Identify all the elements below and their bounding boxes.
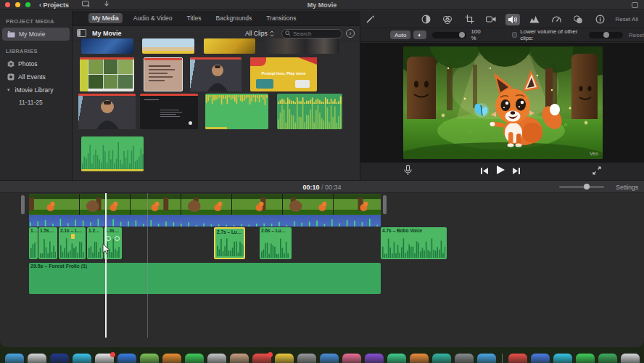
dock-app-icon[interactable] [162, 354, 181, 363]
skip-back-button[interactable] [480, 165, 489, 178]
dock-app-icon[interactable] [252, 354, 271, 363]
reset-button[interactable]: Reset [629, 32, 644, 38]
dock-app-icon[interactable] [621, 354, 640, 363]
tab-titles[interactable]: Titles [183, 13, 205, 23]
sidebar-item-all-events[interactable]: All Events [0, 70, 72, 83]
dock-app-icon[interactable] [28, 354, 46, 363]
dock-app-icon[interactable] [50, 354, 69, 363]
auto-volume-button[interactable]: Auto [390, 30, 410, 39]
dock-app-icon[interactable] [410, 354, 429, 363]
clip-filter-popup[interactable]: All Clips [245, 30, 274, 37]
dock-app-icon[interactable] [576, 354, 595, 363]
timeline-zoom-slider[interactable] [559, 186, 604, 188]
dock-app-icon[interactable] [508, 354, 527, 363]
download-arrow-icon[interactable] [104, 1, 110, 9]
search-field[interactable] [281, 29, 342, 38]
dock-app-icon[interactable] [185, 354, 204, 363]
clip-thumbnail[interactable] [205, 94, 268, 129]
dock-app-icon[interactable] [117, 354, 136, 363]
timeline-music-clip[interactable]: 29.5s – Forest Frolic (1) [29, 263, 381, 294]
dock-app-icon[interactable] [320, 354, 339, 363]
sidebar-item-my-movie[interactable]: My Movie [2, 28, 70, 41]
back-to-projects-button[interactable]: ‹ Projects [39, 1, 69, 9]
dock-app-icon[interactable] [230, 354, 249, 363]
dock-app-icon[interactable] [140, 354, 159, 363]
dock-app-icon[interactable] [207, 354, 226, 363]
dock-app-icon[interactable] [275, 354, 294, 363]
dock-app-icon[interactable] [365, 354, 384, 363]
timeline: 1…1.5s…2.1s – L…1.2…1.3s…2.7s – Lu…2.6s … [0, 193, 644, 347]
timeline-audio-clip[interactable]: 1.5s… [38, 227, 57, 259]
clip-thumbnail[interactable] [204, 38, 255, 54]
filters-effects-icon[interactable] [571, 14, 585, 25]
fade-handle[interactable] [106, 236, 111, 241]
stabilization-icon[interactable] [484, 14, 498, 25]
dock-app-icon[interactable] [598, 354, 617, 363]
share-window-icon[interactable] [632, 2, 638, 8]
sidebar-item-date[interactable]: 11-11-25 [0, 97, 72, 108]
skip-forward-button[interactable] [512, 165, 521, 178]
clip-thumbnail[interactable] [80, 57, 134, 91]
timeline-audio-clip[interactable]: 2.7s – Lu… [214, 227, 245, 259]
clip-thumbnail[interactable] [142, 38, 194, 54]
timeline-audio-clip[interactable]: 4.7s – Bobo Voice [381, 227, 447, 259]
clip-thumbnail[interactable] [277, 94, 342, 129]
dock-app-icon[interactable] [342, 354, 361, 363]
color-balance-icon[interactable] [418, 14, 433, 25]
color-correction-icon[interactable] [440, 14, 455, 25]
chevron-down-icon[interactable]: ▾ [7, 87, 10, 93]
sidebar-item-photos[interactable]: Photos [0, 57, 72, 70]
lower-volume-checkbox[interactable] [512, 32, 517, 38]
volume-tool-icon[interactable] [505, 14, 520, 25]
clip-thumbnail[interactable] [140, 94, 198, 129]
clip-thumbnail[interactable] [190, 57, 242, 91]
voiceover-mic-icon[interactable] [404, 165, 412, 179]
dock-app-icon[interactable] [553, 354, 572, 363]
tab-my-media[interactable]: My Media [88, 13, 123, 23]
dock-app-icon[interactable] [73, 354, 91, 363]
close-window-button[interactable] [5, 2, 10, 7]
clip-thumbnail[interactable] [264, 38, 339, 54]
clip-thumbnail[interactable]: Prompt less, Play more [250, 57, 317, 91]
lower-volume-slider[interactable] [589, 32, 623, 38]
fade-handle[interactable] [115, 236, 120, 241]
tab-backgrounds[interactable]: Backgrounds [212, 13, 256, 23]
clip-thumbnail[interactable] [81, 136, 144, 171]
reset-all-button[interactable]: Reset All [615, 16, 638, 23]
timeline-audio-clip[interactable]: 2.6s – Lu… [260, 227, 292, 259]
play-button[interactable] [495, 165, 505, 178]
dock-app-icon[interactable] [297, 354, 316, 363]
dock-app-icon[interactable] [531, 354, 550, 363]
dock [0, 354, 644, 363]
speed-icon[interactable] [549, 14, 564, 25]
volume-slider[interactable] [432, 32, 466, 38]
dock-app-icon[interactable] [387, 354, 406, 363]
clip-info-icon[interactable] [593, 14, 607, 25]
search-input[interactable] [293, 30, 337, 37]
timeline-audio-clip[interactable]: 2.1s – L… [59, 227, 86, 259]
browser-forward-icon[interactable]: › [346, 29, 355, 38]
dock-app-icon[interactable] [455, 354, 474, 363]
enhance-wand-icon[interactable] [363, 14, 377, 25]
dock-app-icon[interactable] [477, 354, 496, 363]
sidebar-item-imovie-library[interactable]: ▾ iMovie Library [0, 83, 72, 97]
timeline-settings-button[interactable]: Settings [616, 184, 638, 191]
tab-audio-video[interactable]: Audio & Video [130, 13, 176, 23]
import-media-icon[interactable] [82, 1, 91, 9]
playhead[interactable] [105, 193, 107, 338]
dock-app-icon[interactable] [432, 354, 451, 363]
minimize-window-button[interactable] [15, 2, 20, 7]
mute-button[interactable] [413, 30, 426, 39]
crop-icon[interactable] [462, 14, 476, 25]
fullscreen-icon[interactable] [593, 165, 601, 178]
dock-app-icon[interactable] [95, 354, 114, 363]
clip-thumbnail[interactable] [78, 94, 136, 129]
clip-thumbnail[interactable] [144, 57, 183, 91]
clip-thumbnail[interactable] [81, 38, 133, 54]
noise-reduction-icon[interactable] [527, 14, 542, 25]
timeline-audio-clip[interactable]: 1.2… [87, 227, 103, 259]
timeline-audio-clip[interactable]: 1… [29, 227, 38, 259]
tab-transitions[interactable]: Transitions [263, 13, 300, 23]
zoom-window-button[interactable] [25, 2, 30, 7]
dock-app-icon[interactable] [5, 354, 24, 363]
